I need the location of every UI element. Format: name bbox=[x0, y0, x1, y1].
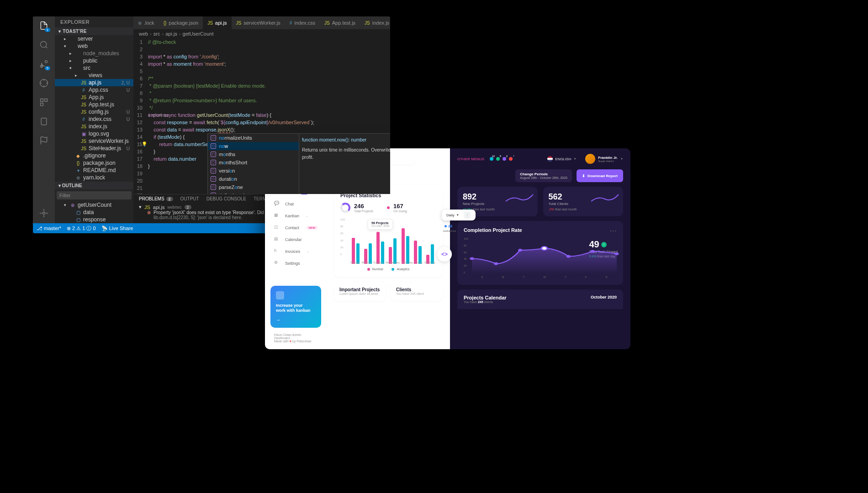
branch-indicator[interactable]: ⎇ master* bbox=[37, 226, 61, 231]
menu-item[interactable]: ⚙Settings bbox=[265, 257, 327, 269]
donut-icon bbox=[340, 203, 350, 213]
tree-item[interactable]: ▸views bbox=[55, 72, 133, 79]
intellisense-item[interactable]: ⬡monthsShort bbox=[208, 158, 299, 167]
liveshare-icon[interactable] bbox=[38, 135, 49, 146]
important-projects-card[interactable]: Important ProjectsLorem ipsum dolor sit … bbox=[334, 282, 386, 301]
metric-cards: 892New Projects+0,5% than last month562T… bbox=[450, 187, 630, 221]
intellisense-item[interactable]: ⬡normalizeUnits bbox=[208, 134, 299, 142]
tree-item[interactable]: ▾src bbox=[55, 64, 133, 72]
code-editor[interactable]: 12345678910111213141516171819202122 // @… bbox=[133, 38, 390, 194]
tree-item[interactable]: ◆.gitignore bbox=[55, 152, 133, 159]
intellisense-item[interactable]: ⬡now bbox=[208, 142, 299, 150]
menu-item[interactable]: ▦Kanban⌄ bbox=[265, 210, 327, 222]
download-report-button[interactable]: ⬇Download Report bbox=[577, 169, 623, 182]
calendar-month[interactable]: October 2020 bbox=[591, 295, 617, 299]
tree-item[interactable]: JSApp.test.js bbox=[55, 101, 133, 108]
tree-item[interactable]: JSapi.js2, U bbox=[55, 79, 133, 86]
menu-item[interactable]: ▤Calendar bbox=[265, 234, 327, 246]
problems-indicator[interactable]: ⊗ 2 ⚠ 1 ⓘ 0 bbox=[67, 225, 96, 232]
intellisense-item[interactable]: ⬡months bbox=[208, 150, 299, 158]
svg-point-9 bbox=[495, 263, 498, 265]
period-dropdown[interactable]: Daily▼⋮ bbox=[442, 210, 476, 220]
tree-item[interactable]: #App.cssU bbox=[55, 86, 133, 94]
panel-tab[interactable]: PROBLEMS 2 bbox=[139, 196, 173, 201]
chart-tooltip: 56 Projects Oct 24th, 2020 bbox=[368, 219, 393, 230]
editor-tab[interactable]: ⊗.lock bbox=[133, 16, 159, 29]
stat-28: 28 bbox=[445, 224, 452, 228]
tree-item[interactable]: JSindex.js bbox=[55, 123, 133, 130]
clients-card[interactable]: ClientsYou have 245 client bbox=[391, 282, 443, 301]
error-icon: ⊗ bbox=[147, 210, 151, 215]
project-stats-card: Project Statistics 246Total Projects 167… bbox=[334, 186, 443, 277]
dot-icon bbox=[387, 206, 390, 209]
tree-item[interactable]: ▸node_modules bbox=[55, 50, 133, 57]
outline-item[interactable]: ▾⊕getUserCount bbox=[55, 201, 133, 209]
notification-badge[interactable]: 5 bbox=[496, 157, 500, 161]
settings-gear-icon[interactable] bbox=[38, 208, 49, 219]
lightbulb-icon[interactable]: 💡 bbox=[142, 141, 147, 148]
svg-point-7 bbox=[43, 212, 45, 215]
tree-item[interactable]: ▾README.md bbox=[55, 167, 133, 174]
intellisense-item[interactable]: ⬡duration bbox=[208, 175, 299, 183]
liveshare-indicator[interactable]: 📡 Live Share bbox=[101, 226, 133, 231]
intellisense-item[interactable]: ⬡defineLocale bbox=[208, 191, 299, 194]
outline-item[interactable]: ▢response bbox=[55, 216, 133, 223]
extensions-icon[interactable] bbox=[38, 97, 49, 108]
svg-point-12 bbox=[567, 256, 570, 257]
footer-text: Kleon Clean Admin Dashboard Made with ♥ … bbox=[265, 330, 327, 346]
tree-item[interactable]: ▸public bbox=[55, 57, 133, 64]
tree-item[interactable]: JSApp.js bbox=[55, 94, 133, 101]
menu-item[interactable]: ◫ContactNEW bbox=[265, 222, 327, 234]
panel-tab[interactable]: OUTPUT bbox=[180, 196, 199, 201]
notification-badge[interactable]: 2 bbox=[503, 157, 506, 161]
tree-item[interactable]: JSSiteHeader.jsU bbox=[55, 145, 133, 152]
outline-tree: ▾⊕getUserCount▢data▢response bbox=[55, 201, 133, 223]
user-menu[interactable]: Franklin Jr.Super Admin ▼ bbox=[585, 154, 623, 164]
other-menus-link[interactable]: OTHER MENUS bbox=[457, 157, 484, 161]
download-icon: ⬇ bbox=[582, 174, 585, 178]
editor-tab[interactable]: JSApp.test.js bbox=[320, 16, 360, 29]
swap-button[interactable]: <> bbox=[437, 247, 452, 262]
language-selector[interactable]: ENGLISH▼ bbox=[547, 156, 576, 162]
remote-icon[interactable] bbox=[38, 116, 49, 127]
breadcrumb[interactable]: web›src›api.js›getUserCount bbox=[133, 29, 390, 38]
editor-tabs: ⊗.lock{}package.jsonJSapi.jsJSserviceWor… bbox=[133, 16, 390, 29]
search-icon[interactable] bbox=[38, 39, 49, 50]
tree-item[interactable]: ⊗yarn.lock bbox=[55, 174, 133, 181]
debug-icon[interactable] bbox=[38, 78, 49, 89]
tree-item[interactable]: ▸server bbox=[55, 35, 133, 42]
editor-tab[interactable]: #index.css bbox=[285, 16, 320, 29]
menu-item[interactable]: ⎘Invoices⌄ bbox=[265, 246, 327, 257]
project-section[interactable]: ▾TOAST'RE bbox=[55, 27, 133, 35]
tree-item[interactable]: #index.cssU bbox=[55, 115, 133, 123]
dashboard-dark-panel: Daily▼⋮ 28 Unfinished <> OTHER MENUS 125… bbox=[450, 148, 630, 349]
tree-item[interactable]: JSconfig.jsU bbox=[55, 108, 133, 115]
intellisense-item[interactable]: ⬡parseZone bbox=[208, 183, 299, 191]
tree-item[interactable]: {}package.json bbox=[55, 159, 133, 167]
editor-tab[interactable]: JSapi.js bbox=[203, 16, 231, 29]
menu-item[interactable]: 💬Chat bbox=[265, 198, 327, 210]
tree-item[interactable]: ▾web bbox=[55, 42, 133, 50]
panel-tab[interactable]: DEBUG CONSOLE bbox=[206, 196, 246, 201]
more-icon[interactable]: ⋮ bbox=[464, 211, 471, 219]
tree-item[interactable]: ▣logo.svg bbox=[55, 130, 133, 137]
more-icon[interactable]: ⋯ bbox=[609, 226, 618, 235]
code-lines[interactable]: // @ts-check import * as config from './… bbox=[148, 38, 390, 194]
period-selector[interactable]: Change Periode August 28th - October 28t… bbox=[515, 169, 572, 182]
svg-point-8 bbox=[471, 257, 473, 259]
intellisense-item[interactable]: ⬡version bbox=[208, 167, 299, 175]
outline-filter[interactable]: Filter bbox=[57, 191, 132, 199]
total-projects-stat: 246Total Projects bbox=[340, 203, 373, 213]
intellisense-list[interactable]: ⬡normalizeUnits⬡now⬡months⬡monthsShort⬡v… bbox=[208, 134, 299, 194]
outline-item[interactable]: ▢data bbox=[55, 209, 133, 216]
outline-section[interactable]: ▾ OUTLINE bbox=[55, 182, 133, 189]
scm-icon[interactable]: 5 bbox=[38, 58, 49, 69]
notification-badge[interactable]: 12 bbox=[490, 157, 493, 161]
files-icon[interactable]: 1 bbox=[38, 20, 49, 31]
editor-tab[interactable]: {}package.json bbox=[159, 16, 203, 29]
tree-item[interactable]: JSserviceWorker.js bbox=[55, 137, 133, 145]
editor-tab[interactable]: JSserviceWorker.js bbox=[232, 16, 285, 29]
editor-tab[interactable]: JSindex.js bbox=[360, 16, 390, 29]
notification-badge[interactable]: ! bbox=[509, 157, 513, 161]
promo-card[interactable]: Increase yourwork with kanban → bbox=[270, 286, 321, 328]
